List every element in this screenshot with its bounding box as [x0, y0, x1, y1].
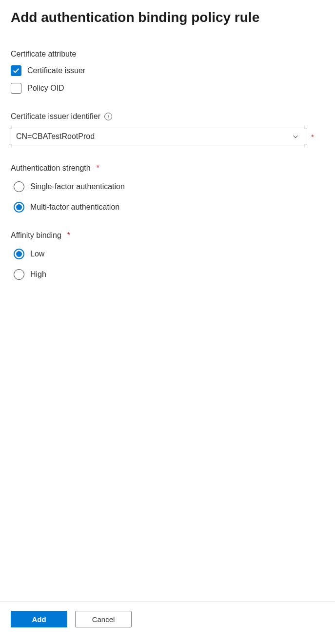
affinity-binding-group: Low High: [11, 249, 324, 280]
certificate-attribute-label: Certificate attribute: [11, 50, 324, 59]
form-content: Add authentication binding policy rule C…: [0, 0, 335, 602]
info-icon[interactable]: i: [104, 113, 112, 120]
issuer-identifier-label: Certificate issuer identifier i: [11, 112, 324, 121]
radio-label: Multi-factor authentication: [30, 203, 119, 212]
radio-label: Single-factor authentication: [30, 182, 125, 191]
auth-strength-label-text: Authentication strength: [11, 164, 91, 173]
auth-strength-group: Single-factor authentication Multi-facto…: [11, 181, 324, 213]
radio-label: High: [30, 270, 46, 279]
required-indicator: *: [67, 231, 70, 240]
auth-strength-label: Authentication strength*: [11, 164, 324, 173]
radio-icon: [14, 249, 24, 259]
radio-icon: [14, 269, 24, 280]
cancel-button[interactable]: Cancel: [75, 611, 132, 627]
checkbox-icon: [11, 65, 21, 76]
add-button[interactable]: Add: [11, 611, 67, 627]
page-title: Add authentication binding policy rule: [11, 9, 324, 26]
checkbox-label: Policy OID: [27, 84, 64, 93]
radio-affinity-low[interactable]: Low: [11, 249, 324, 259]
required-indicator: *: [97, 164, 99, 173]
issuer-identifier-value: CN=CBATestRootProd: [16, 132, 95, 141]
checkbox-certificate-issuer[interactable]: Certificate issuer: [11, 65, 324, 76]
issuer-identifier-label-text: Certificate issuer identifier: [11, 112, 100, 121]
radio-multi-factor[interactable]: Multi-factor authentication: [11, 202, 324, 213]
required-indicator: *: [311, 133, 314, 141]
radio-icon: [14, 202, 24, 213]
issuer-identifier-select[interactable]: CN=CBATestRootProd: [11, 128, 305, 145]
radio-single-factor[interactable]: Single-factor authentication: [11, 181, 324, 192]
checkbox-label: Certificate issuer: [27, 66, 85, 75]
issuer-identifier-row: CN=CBATestRootProd *: [11, 128, 324, 145]
radio-icon: [14, 181, 24, 192]
chevron-down-icon: [292, 133, 299, 140]
affinity-binding-label: Affinity binding*: [11, 231, 324, 240]
checkbox-icon: [11, 83, 21, 94]
radio-affinity-high[interactable]: High: [11, 269, 324, 280]
footer: Add Cancel: [0, 602, 335, 644]
radio-label: Low: [30, 250, 44, 258]
affinity-binding-label-text: Affinity binding: [11, 231, 61, 240]
checkbox-policy-oid[interactable]: Policy OID: [11, 83, 324, 94]
